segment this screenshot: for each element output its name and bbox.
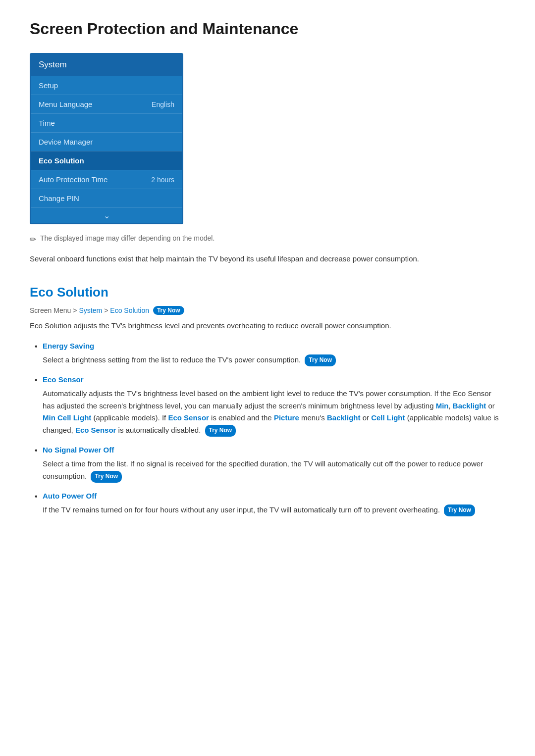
eco-solution-heading: Eco Solution — [30, 285, 505, 300]
list-item-eco-sensor: Eco Sensor Automatically adjusts the TV'… — [35, 375, 505, 437]
note-icon: ✏ — [30, 235, 36, 244]
eco-sensor-link-min[interactable]: Min — [436, 402, 449, 410]
eco-sensor-or-1: or — [486, 402, 495, 410]
eco-sensor-title[interactable]: Eco Sensor — [43, 375, 505, 384]
eco-sensor-text-2: (applicable models). If — [91, 413, 168, 422]
menu-label-eco-solution: Eco Solution — [39, 156, 84, 165]
menu-label-time: Time — [39, 119, 55, 127]
menu-value-auto-protection-time: 2 hours — [151, 176, 174, 184]
menu-item-device-manager[interactable]: Device Manager — [31, 132, 182, 151]
model-note: ✏ The displayed image may differ dependi… — [30, 234, 505, 244]
energy-saving-title[interactable]: Energy Saving — [43, 342, 505, 350]
menu-header: System — [31, 54, 182, 76]
eco-sensor-desc: Automatically adjusts the TV's brightnes… — [43, 388, 505, 437]
eco-section-description: Eco Solution adjusts the TV's brightness… — [30, 320, 505, 332]
energy-saving-try-now[interactable]: Try Now — [305, 354, 336, 366]
menu-item-setup[interactable]: Setup — [31, 76, 182, 95]
menu-value-menu-language: English — [152, 101, 174, 108]
eco-sensor-link-eco-sensor-1[interactable]: Eco Sensor — [168, 413, 209, 422]
eco-sensor-link-eco-sensor-2[interactable]: Eco Sensor — [75, 426, 116, 434]
menu-label-auto-protection-time: Auto Protection Time — [39, 175, 107, 184]
note-text: The displayed image may differ depending… — [40, 234, 214, 242]
menu-item-time[interactable]: Time — [31, 113, 182, 132]
eco-bullet-list: Energy Saving Select a brightness settin… — [35, 342, 505, 516]
list-item-no-signal-power-off: No Signal Power Off Select a time from t… — [35, 446, 505, 483]
menu-chevron-row[interactable]: ⌄ — [31, 207, 182, 223]
eco-sensor-comma-1: , — [448, 402, 452, 410]
list-item-energy-saving: Energy Saving Select a brightness settin… — [35, 342, 505, 366]
menu-item-eco-solution[interactable]: Eco Solution — [31, 151, 182, 170]
eco-sensor-link-backlight[interactable]: Backlight — [453, 402, 486, 410]
breadcrumb-sep-1: > — [73, 306, 77, 314]
eco-sensor-link-picture[interactable]: Picture — [274, 413, 299, 422]
menu-label-setup: Setup — [39, 81, 58, 90]
breadcrumb-eco-solution[interactable]: Eco Solution — [110, 306, 149, 314]
eco-sensor-menu-apos: menu's — [299, 413, 327, 422]
breadcrumb-screen-menu: Screen Menu — [30, 306, 71, 314]
menu-label-device-manager: Device Manager — [39, 138, 93, 146]
menu-item-change-pin[interactable]: Change PIN — [31, 189, 182, 207]
page-title: Screen Protection and Maintenance — [30, 20, 505, 38]
breadcrumb-sep-2: > — [104, 306, 108, 314]
energy-saving-text: Select a brightness setting from the lis… — [43, 355, 301, 364]
breadcrumb: Screen Menu > System > Eco Solution Try … — [30, 306, 505, 315]
no-signal-power-off-title[interactable]: No Signal Power Off — [43, 446, 505, 454]
breadcrumb-system[interactable]: System — [79, 306, 102, 314]
menu-item-menu-language[interactable]: Menu Language English — [31, 95, 182, 113]
eco-sensor-text-3: is enabled and the — [209, 413, 274, 422]
system-menu-panel: System Setup Menu Language English Time … — [30, 53, 183, 224]
eco-sensor-text-5: is automatically disabled. — [116, 426, 201, 434]
eco-sensor-or-2: or — [360, 413, 371, 422]
menu-label-menu-language: Menu Language — [39, 100, 92, 108]
eco-sensor-text-1: Automatically adjusts the TV's brightnes… — [43, 389, 491, 410]
eco-sensor-try-now[interactable]: Try Now — [205, 425, 236, 437]
eco-sensor-link-min-cell-light[interactable]: Min Cell Light — [43, 413, 91, 422]
no-signal-power-off-desc: Select a time from the list. If no signa… — [43, 458, 505, 483]
menu-label-change-pin: Change PIN — [39, 194, 79, 202]
auto-power-off-try-now[interactable]: Try Now — [444, 504, 475, 516]
eco-sensor-link-cell-light[interactable]: Cell Light — [371, 413, 405, 422]
chevron-down-icon: ⌄ — [104, 211, 110, 220]
menu-item-auto-protection-time[interactable]: Auto Protection Time 2 hours — [31, 170, 182, 189]
energy-saving-desc: Select a brightness setting from the lis… — [43, 354, 505, 366]
eco-sensor-link-backlight-2[interactable]: Backlight — [327, 413, 361, 422]
no-signal-try-now[interactable]: Try Now — [91, 471, 122, 483]
auto-power-off-text: If the TV remains turned on for four hou… — [43, 505, 440, 514]
list-item-auto-power-off: Auto Power Off If the TV remains turned … — [35, 492, 505, 516]
auto-power-off-desc: If the TV remains turned on for four hou… — [43, 504, 505, 516]
intro-text: Several onboard functions exist that hel… — [30, 253, 505, 265]
breadcrumb-try-now-button[interactable]: Try Now — [153, 306, 184, 315]
auto-power-off-title[interactable]: Auto Power Off — [43, 492, 505, 500]
